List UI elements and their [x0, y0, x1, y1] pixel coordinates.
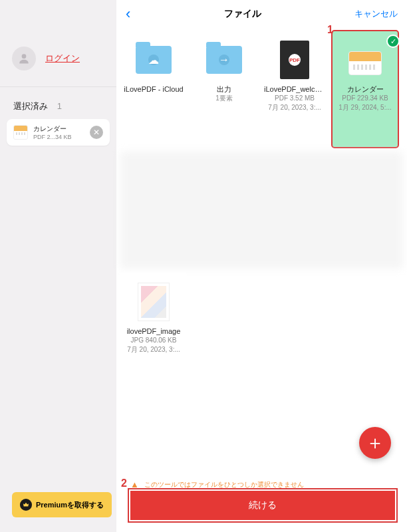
warning-banner: ▲ このツールではファイルをひとつしか選択できません — [130, 479, 395, 489]
tile-name: iLovePDF_welcome — [264, 85, 325, 94]
file-tile[interactable]: ilovePDF_image JPG 840.06 KB 7月 20, 2023… — [120, 273, 187, 390]
selected-count: 1 — [57, 101, 62, 111]
tile-name: ilovePDF_image — [123, 327, 184, 336]
tile-meta: PDF 229.34 KB — [335, 94, 396, 103]
tile-date: 7月 20, 2023, 3:... — [264, 103, 325, 112]
cancel-button[interactable]: キャンセル — [354, 8, 398, 20]
selected-header: 選択済み 1 — [0, 87, 116, 119]
continue-button[interactable]: 続ける — [130, 491, 395, 520]
folder-icon: → — [206, 46, 242, 74]
file-tile-selected[interactable]: ✓ カレンダー PDF 229.34 KB 1月 29, 2024, 5:... — [332, 31, 398, 148]
warning-text: このツールではファイルをひとつしか選択できません — [144, 480, 304, 489]
add-button[interactable]: ＋ — [359, 427, 391, 459]
tile-date: 7月 20, 2023, 3:... — [123, 345, 184, 354]
calendar-icon — [13, 125, 28, 140]
image-icon — [138, 283, 170, 321]
selected-file-text: カレンダー PDF 2...34 KB — [33, 124, 84, 140]
annotation-marker-1: 1 — [327, 24, 333, 36]
file-grid: ☁ iLovePDF - iCloud → 出力 1要素 PDF iLovePD… — [116, 28, 407, 392]
sidebar: ログイン 選択済み 1 カレンダー PDF 2...34 KB ✕ Premiu… — [0, 0, 116, 532]
selected-file-meta: PDF 2...34 KB — [33, 134, 84, 140]
selected-file-name: カレンダー — [33, 124, 84, 134]
back-button[interactable]: ‹ — [126, 5, 130, 23]
avatar-icon — [12, 47, 36, 70]
file-tile[interactable]: PDF iLovePDF_welcome PDF 3.52 MB 7月 20, … — [261, 31, 328, 148]
tile-name: 出力 — [194, 85, 255, 94]
tile-meta: 1要素 — [194, 94, 255, 103]
calendar-icon — [348, 51, 382, 75]
check-icon: ✓ — [386, 35, 400, 48]
svg-point-0 — [22, 54, 27, 59]
tile-name: カレンダー — [335, 85, 396, 94]
tile-meta: JPG 840.06 KB — [123, 336, 184, 345]
pdf-icon: PDF — [280, 41, 309, 79]
crown-icon — [20, 499, 32, 511]
premium-label: Premiumを取得する — [36, 500, 104, 510]
selected-file-chip[interactable]: カレンダー PDF 2...34 KB ✕ — [7, 119, 110, 146]
tile-name: iLovePDF - iCloud — [123, 85, 184, 94]
folder-tile[interactable]: ☁ iLovePDF - iCloud — [120, 31, 187, 148]
warning-icon: ▲ — [130, 479, 139, 489]
top-bar: ‹ ファイル キャンセル — [116, 0, 407, 28]
login-link[interactable]: ログイン — [45, 53, 80, 65]
premium-button[interactable]: Premiumを取得する — [12, 492, 112, 517]
selected-label: 選択済み — [13, 101, 48, 111]
placeholder-row — [120, 152, 403, 269]
profile-section: ログイン — [0, 0, 116, 86]
tile-meta: PDF 3.52 MB — [264, 94, 325, 103]
tile-date: 1月 29, 2024, 5:... — [335, 103, 396, 112]
folder-icon: ☁ — [136, 46, 172, 74]
folder-tile[interactable]: → 出力 1要素 — [191, 31, 257, 148]
remove-icon[interactable]: ✕ — [90, 126, 103, 139]
page-title: ファイル — [130, 8, 354, 20]
annotation-marker-2: 2 — [121, 477, 127, 489]
